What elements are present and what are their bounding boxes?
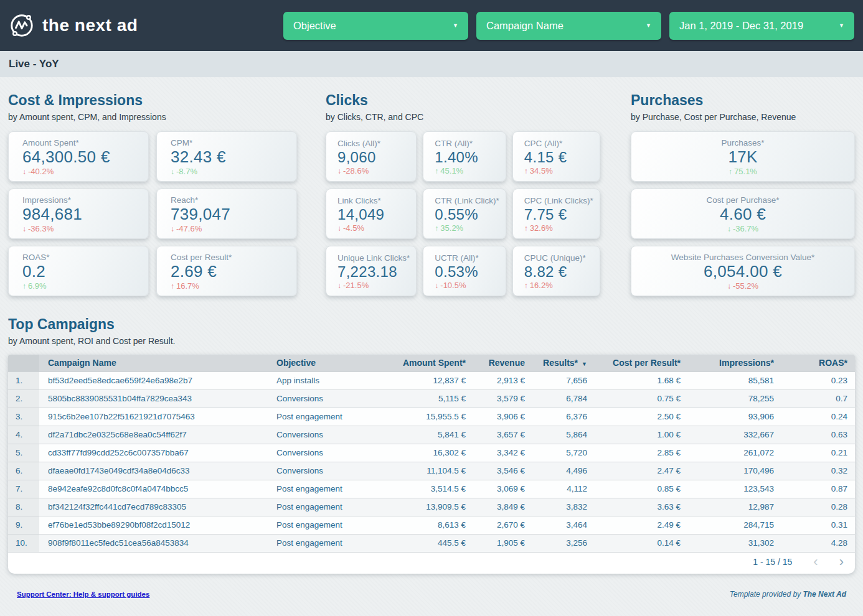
column-header-results[interactable]: Results*▼ — [532, 355, 595, 371]
sort-caret-icon: ▼ — [582, 361, 587, 367]
table-row: 8. bf342124f32ffc441cd7ecd789c83305Post … — [8, 498, 855, 516]
kpi-card-website-purchases-conversion-value: Website Purchases Conversion Value* 6,05… — [631, 246, 855, 296]
column-header-amount-spent[interactable]: Amount Spent* — [367, 355, 473, 371]
support-center-link[interactable]: Support Center: Help & support guides — [17, 590, 149, 598]
cell-cost-per-result: 2.49 € — [595, 516, 688, 534]
kpi-label: CPM* — [171, 138, 290, 147]
kpi-card-ctr-all: CTR (All)* 1.40% ↑45.1% — [423, 131, 506, 182]
cell-amount-spent: 12,837 € — [367, 371, 473, 390]
cell-revenue: 2,670 € — [473, 516, 532, 534]
kpi-value: 739,047 — [171, 205, 290, 224]
cell-objective: Post engagement — [268, 408, 367, 426]
column-header-cost-per-result[interactable]: Cost per Result* — [595, 355, 688, 371]
kpi-value: 0.2 — [22, 263, 142, 281]
cell-results: 3,464 — [532, 516, 595, 534]
dashboard-page: the next ad Objective ▼ Campaign Name ▼ … — [0, 0, 863, 599]
row-index: 10. — [8, 534, 39, 552]
cell-amount-spent: 11,104.5 € — [367, 462, 473, 480]
cell-objective: Post engagement — [268, 498, 367, 516]
filter-label: Objective — [293, 20, 336, 32]
cell-impressions: 284,715 — [688, 516, 781, 534]
section-cost-impressions: Cost & Impressions by Amount spent, CPM,… — [8, 92, 297, 296]
view-tab-bar: Live - YoY — [0, 51, 863, 77]
table-row: 2. 5805bc8839085531b04ffa7829cea343Conve… — [8, 390, 855, 408]
cell-cost-per-result: 3.63 € — [595, 498, 688, 516]
cell-revenue: 3,579 € — [473, 390, 532, 408]
cell-campaign-name: bf342124f32ffc441cd7ecd789c83305 — [39, 498, 268, 516]
section-title: Clicks — [326, 92, 565, 109]
section-subtitle: by Purchase, Cost per Purchase, Revenue — [631, 112, 855, 122]
kpi-value: 17K — [638, 148, 848, 167]
kpi-label: CTR (All)* — [435, 139, 499, 148]
filter-jan-1-2019-dec-31-2019[interactable]: Jan 1, 2019 - Dec 31, 2019 ▼ — [669, 12, 854, 40]
cell-revenue: 1,905 € — [473, 534, 532, 552]
table-row: 3. 915c6b2ee107b22f51621921d7075463Post … — [8, 408, 855, 426]
table-row: 7. 8e942eafe92c8d0fc8c0f4a0474bbcc5Post … — [8, 480, 855, 498]
cell-impressions: 261,072 — [688, 444, 781, 462]
cell-revenue: 3,069 € — [473, 480, 532, 498]
column-header-label: Objective — [276, 358, 316, 368]
kpi-card-cost-per-result: Cost per Result* 2.69 € ↑16.7% — [156, 246, 297, 296]
cell-cost-per-result: 0.75 € — [595, 390, 688, 408]
kpi-value: 64,300.50 € — [22, 148, 142, 167]
kpi-delta-text: -8.7% — [176, 167, 197, 176]
cell-cost-per-result: 0.85 € — [595, 480, 688, 498]
kpi-label: UCTR (All)* — [435, 253, 499, 263]
kpi-value: 6,054.00 € — [638, 263, 848, 281]
column-header-revenue[interactable]: Revenue — [473, 355, 532, 371]
table-header-row: Campaign Name Objective Amount Spent* Re… — [8, 355, 855, 371]
kpi-label: CPUC (Unique)* — [524, 253, 593, 263]
template-credit-brand: The Next Ad — [803, 590, 846, 599]
row-index: 6. — [8, 462, 39, 480]
kpi-value: 4.60 € — [638, 205, 848, 224]
top-campaigns-section: Top Campaigns by Amount spent, ROI and C… — [8, 316, 855, 574]
kpi-delta: ↑45.1% — [435, 166, 499, 175]
kpi-card-cpm: CPM* 32.43 € ↓-8.7% — [156, 131, 297, 182]
column-header-campaign-name[interactable]: Campaign Name — [39, 355, 268, 371]
kpi-card-grid: Clicks (All)* 9,060 ↓-28.6% CTR (All)* 1… — [326, 131, 565, 296]
kpi-delta: ↓-28.6% — [337, 166, 410, 175]
page-range: 1 - 15 / 15 — [753, 557, 792, 567]
arrow-down-icon: ↓ — [435, 281, 438, 290]
kpi-delta: ↓-36.7% — [638, 224, 848, 233]
filter-label: Campaign Name — [486, 20, 564, 32]
arrow-down-icon: ↓ — [727, 282, 731, 291]
kpi-sections: Cost & Impressions by Amount spent, CPM,… — [8, 92, 855, 296]
kpi-delta-text: -4.5% — [343, 223, 364, 233]
next-page-chevron-icon[interactable]: › — [839, 558, 844, 566]
column-header-roas[interactable]: ROAS* — [781, 355, 855, 371]
arrow-down-icon: ↓ — [22, 167, 26, 176]
cell-campaign-name: bf53d2eed5e8edcae659f24e6a98e2b7 — [39, 371, 268, 390]
cell-revenue: 3,849 € — [473, 498, 532, 516]
column-header-impressions[interactable]: Impressions* — [688, 355, 781, 371]
prev-page-chevron-icon[interactable]: ‹ — [813, 558, 818, 566]
cell-roas: 0.28 — [781, 498, 855, 516]
kpi-card-cpuc-unique: CPUC (Unique)* 8.82 € ↑16.2% — [512, 246, 600, 296]
kpi-card-amount-spent: Amount Spent* 64,300.50 € ↓-40.2% — [8, 131, 149, 182]
page-footer: Support Center: Help & support guides Te… — [8, 574, 855, 599]
cell-amount-spent: 445.5 € — [367, 534, 473, 552]
cell-revenue: 3,657 € — [473, 426, 532, 444]
section-subtitle: by Amount spent, CPM, and Impressions — [8, 112, 297, 122]
kpi-delta: ↓-55.2% — [638, 281, 848, 291]
kpi-value: 0.53% — [435, 263, 499, 281]
brand-wordmark: the next ad — [42, 16, 138, 35]
kpi-delta: ↑35.2% — [435, 223, 499, 233]
cell-objective: Post engagement — [268, 480, 367, 498]
kpi-label: ROAS* — [22, 253, 142, 262]
kpi-delta-text: -28.6% — [343, 166, 369, 175]
cell-impressions: 12,987 — [688, 498, 781, 516]
filter-campaign-name[interactable]: Campaign Name ▼ — [476, 12, 661, 40]
kpi-delta-text: -36.3% — [28, 224, 54, 233]
cell-roas: 0.7 — [781, 390, 855, 408]
cell-roas: 0.24 — [781, 408, 855, 426]
table-row: 10. 908f9f8011ec5fedc51cea56a8453834Post… — [8, 534, 855, 552]
kpi-label: Impressions* — [22, 195, 142, 205]
brand-logo-icon — [9, 12, 35, 39]
cell-campaign-name: df2a71dbc2e0325c68e8ea0c54ff62f7 — [39, 426, 268, 444]
arrow-up-icon: ↑ — [729, 167, 732, 176]
kpi-delta: ↓-21.5% — [337, 281, 410, 290]
row-index: 2. — [8, 390, 39, 408]
filter-objective[interactable]: Objective ▼ — [283, 12, 468, 40]
column-header-objective[interactable]: Objective — [268, 355, 367, 371]
